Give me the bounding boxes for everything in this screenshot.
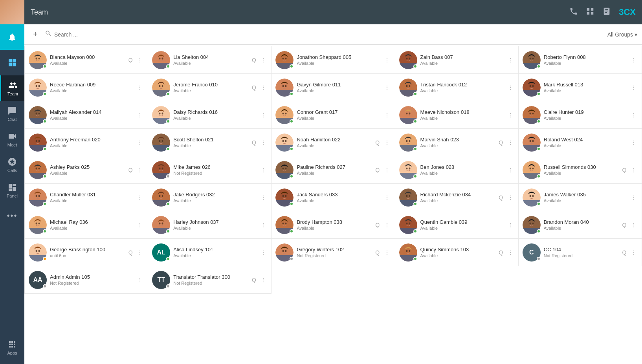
more-options-button[interactable]: ⋮ <box>136 194 144 201</box>
queue-button[interactable]: Q <box>497 139 505 146</box>
contact-card[interactable]: Lia Shelton 004 Available Q ⋮ <box>148 46 271 74</box>
queue-button[interactable]: Q <box>127 166 134 174</box>
queue-button[interactable]: Q <box>374 249 382 256</box>
contact-card[interactable]: Richard Mckenzie 034 Available Q ⋮ <box>395 184 519 211</box>
contact-card[interactable]: AL Alisa Lindsey 101 Available ⋮ <box>148 239 271 266</box>
contact-card[interactable]: James Walker 035 Available ⋮ <box>519 184 642 211</box>
queue-button[interactable]: Q <box>620 166 628 174</box>
sidebar-item-more[interactable]: ••• <box>0 203 24 229</box>
contact-card[interactable]: Scott Shelton 021 Available Q ⋮ <box>148 129 271 156</box>
queue-button[interactable]: Q <box>127 249 134 256</box>
contact-card[interactable]: Gregory Winters 102 Not Registered Q ⋮ <box>271 239 395 266</box>
queue-button[interactable]: Q <box>250 56 258 64</box>
contact-card[interactable]: Quentin Gamble 039 Available ⋮ <box>395 211 519 239</box>
more-options-button[interactable]: ⋮ <box>383 249 391 256</box>
contact-card[interactable]: Jerome Franco 010 Available Q ⋮ <box>148 74 271 101</box>
more-options-button[interactable]: ⋮ <box>506 221 514 229</box>
more-options-button[interactable]: ⋮ <box>259 249 267 256</box>
more-options-button[interactable]: ⋮ <box>136 276 144 284</box>
more-options-button[interactable]: ⋮ <box>259 276 267 284</box>
queue-button[interactable]: Q <box>497 194 505 201</box>
more-options-button[interactable]: ⋮ <box>506 194 514 201</box>
contact-card[interactable]: Brandon Moran 040 Available Q ⋮ <box>519 211 642 239</box>
more-options-button[interactable]: ⋮ <box>259 221 267 229</box>
add-contact-button[interactable]: + <box>29 28 42 41</box>
sidebar-item-team[interactable]: Team <box>0 75 24 101</box>
more-options-button[interactable]: ⋮ <box>136 139 144 146</box>
book-icon[interactable] <box>602 7 611 18</box>
contact-card[interactable]: Tristan Hancock 012 Available ⋮ <box>395 74 519 101</box>
contact-card[interactable]: Ben Jones 028 Available ⋮ <box>395 156 519 184</box>
more-options-button[interactable]: ⋮ <box>136 249 144 256</box>
contact-card[interactable]: George Brassington 100 until 6pm Q ⋮ <box>25 239 148 266</box>
more-options-button[interactable]: ⋮ <box>630 221 638 229</box>
more-options-button[interactable]: ⋮ <box>506 56 514 64</box>
phone-icon[interactable] <box>569 7 578 18</box>
contact-card[interactable]: Pauline Richards 027 Available Q ⋮ <box>271 156 395 184</box>
queue-button[interactable]: Q <box>127 56 134 64</box>
queue-button[interactable]: Q <box>497 249 505 256</box>
sidebar-item-chat[interactable]: Chat <box>0 101 24 126</box>
more-options-button[interactable]: ⋮ <box>136 221 144 229</box>
more-options-button[interactable]: ⋮ <box>259 166 267 174</box>
more-options-button[interactable]: ⋮ <box>259 84 267 91</box>
queue-button[interactable]: Q <box>620 221 628 229</box>
sidebar-item-apps[interactable]: Apps <box>7 335 17 360</box>
contact-card[interactable]: AA Admin Admin 105 Not Registered ⋮ <box>25 266 148 294</box>
contact-card[interactable]: Zain Bass 007 Available ⋮ <box>395 46 519 74</box>
more-options-button[interactable]: ⋮ <box>506 249 514 256</box>
more-options-button[interactable]: ⋮ <box>630 84 638 91</box>
contact-card[interactable]: Reece Hartman 009 Available ⋮ <box>25 74 148 101</box>
contact-card[interactable]: Maeve Nicholson 018 Available ⋮ <box>395 101 519 129</box>
sidebar-item-calls[interactable]: Calls <box>0 152 24 177</box>
queue-button[interactable]: Q <box>250 139 258 146</box>
queue-button[interactable]: Q <box>250 84 258 91</box>
contact-card[interactable]: Daisy Richards 016 Available ⋮ <box>148 101 271 129</box>
more-options-button[interactable]: ⋮ <box>259 194 267 201</box>
contact-card[interactable]: Gavyn Gilmore 011 Available ⋮ <box>271 74 395 101</box>
more-options-button[interactable]: ⋮ <box>630 249 638 256</box>
more-options-button[interactable]: ⋮ <box>136 111 144 119</box>
more-options-button[interactable]: ⋮ <box>506 111 514 119</box>
queue-button[interactable]: Q <box>620 249 628 256</box>
more-options-button[interactable]: ⋮ <box>383 194 391 201</box>
more-options-button[interactable]: ⋮ <box>506 166 514 174</box>
search-input[interactable] <box>54 31 604 38</box>
contact-card[interactable]: TT Translator Translator 300 Not Registe… <box>148 266 271 294</box>
contact-card[interactable]: Jack Sanders 033 Available ⋮ <box>271 184 395 211</box>
more-options-button[interactable]: ⋮ <box>136 84 144 91</box>
more-options-button[interactable]: ⋮ <box>630 111 638 119</box>
more-options-button[interactable]: ⋮ <box>136 56 144 64</box>
queue-button[interactable]: Q <box>250 276 258 284</box>
more-options-button[interactable]: ⋮ <box>259 139 267 146</box>
more-options-button[interactable]: ⋮ <box>506 139 514 146</box>
contact-card[interactable]: Roberto Flynn 008 Available ⋮ <box>519 46 642 74</box>
contact-card[interactable]: Anthony Freeman 020 Available ⋮ <box>25 129 148 156</box>
sidebar-item-notifications[interactable] <box>0 24 24 50</box>
sidebar-item-panel[interactable]: Panel <box>0 177 24 203</box>
contact-card[interactable]: Connor Grant 017 Available ⋮ <box>271 101 395 129</box>
queue-button[interactable]: Q <box>374 139 382 146</box>
more-options-button[interactable]: ⋮ <box>383 166 391 174</box>
contact-card[interactable]: Chandler Muller 031 Available ⋮ <box>25 184 148 211</box>
sidebar-item-meet[interactable]: Meet <box>0 126 24 152</box>
contact-card[interactable]: Quincy Simmons 103 Available Q ⋮ <box>395 239 519 266</box>
contact-card[interactable]: Noah Hamilton 022 Available Q ⋮ <box>271 129 395 156</box>
contact-card[interactable]: Russell Simmonds 030 Available Q ⋮ <box>519 156 642 184</box>
queue-button[interactable]: Q <box>374 221 382 229</box>
grid-icon[interactable] <box>586 7 594 18</box>
more-options-button[interactable]: ⋮ <box>383 84 391 91</box>
more-options-button[interactable]: ⋮ <box>383 139 391 146</box>
more-options-button[interactable]: ⋮ <box>630 139 638 146</box>
more-options-button[interactable]: ⋮ <box>630 56 638 64</box>
contact-card[interactable]: Mark Russell 013 Available ⋮ <box>519 74 642 101</box>
contact-card[interactable]: Marvin Shah 023 Available Q ⋮ <box>395 129 519 156</box>
more-options-button[interactable]: ⋮ <box>136 166 144 174</box>
more-options-button[interactable]: ⋮ <box>383 56 391 64</box>
contact-card[interactable]: Claire Hunter 019 Available ⋮ <box>519 101 642 129</box>
more-options-button[interactable]: ⋮ <box>630 194 638 201</box>
more-options-button[interactable]: ⋮ <box>383 111 391 119</box>
more-options-button[interactable]: ⋮ <box>506 84 514 91</box>
contact-card[interactable]: Mike James 026 Not Registered ⋮ <box>148 156 271 184</box>
contact-card[interactable]: Maliyah Alexander 014 Available ⋮ <box>25 101 148 129</box>
